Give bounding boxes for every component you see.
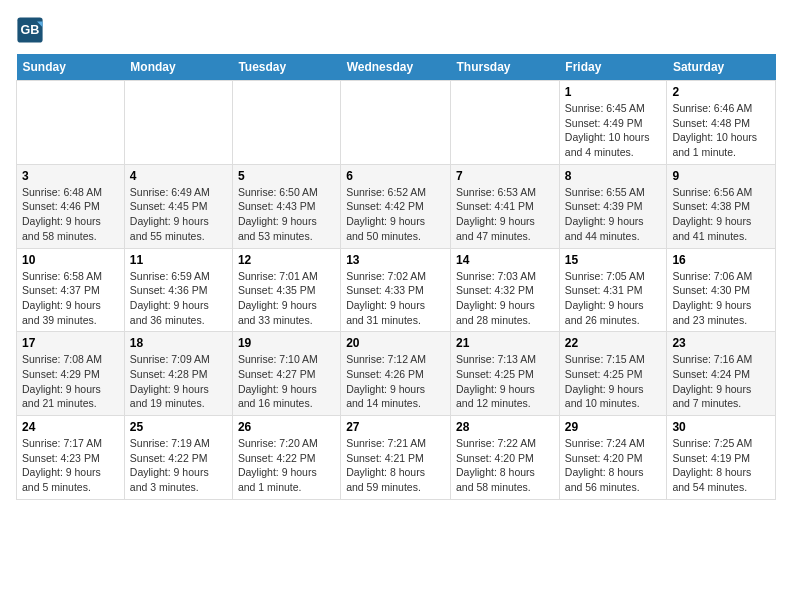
- day-info: Sunrise: 7:22 AM Sunset: 4:20 PM Dayligh…: [456, 436, 554, 495]
- calendar-cell: [17, 81, 125, 165]
- col-header-thursday: Thursday: [451, 54, 560, 81]
- day-number: 21: [456, 336, 554, 350]
- day-number: 6: [346, 169, 445, 183]
- day-number: 28: [456, 420, 554, 434]
- day-info: Sunrise: 7:15 AM Sunset: 4:25 PM Dayligh…: [565, 352, 662, 411]
- day-number: 22: [565, 336, 662, 350]
- day-info: Sunrise: 6:59 AM Sunset: 4:36 PM Dayligh…: [130, 269, 227, 328]
- calendar-cell: 18Sunrise: 7:09 AM Sunset: 4:28 PM Dayli…: [124, 332, 232, 416]
- calendar-cell: 23Sunrise: 7:16 AM Sunset: 4:24 PM Dayli…: [667, 332, 776, 416]
- calendar-cell: 11Sunrise: 6:59 AM Sunset: 4:36 PM Dayli…: [124, 248, 232, 332]
- calendar-cell: 5Sunrise: 6:50 AM Sunset: 4:43 PM Daylig…: [232, 164, 340, 248]
- day-number: 14: [456, 253, 554, 267]
- day-number: 20: [346, 336, 445, 350]
- col-header-sunday: Sunday: [17, 54, 125, 81]
- day-number: 12: [238, 253, 335, 267]
- logo-icon: GB: [16, 16, 44, 44]
- day-number: 30: [672, 420, 770, 434]
- day-info: Sunrise: 7:19 AM Sunset: 4:22 PM Dayligh…: [130, 436, 227, 495]
- day-info: Sunrise: 7:24 AM Sunset: 4:20 PM Dayligh…: [565, 436, 662, 495]
- calendar-cell: 1Sunrise: 6:45 AM Sunset: 4:49 PM Daylig…: [559, 81, 667, 165]
- day-number: 15: [565, 253, 662, 267]
- calendar-cell: 20Sunrise: 7:12 AM Sunset: 4:26 PM Dayli…: [341, 332, 451, 416]
- calendar-cell: 6Sunrise: 6:52 AM Sunset: 4:42 PM Daylig…: [341, 164, 451, 248]
- page-header: GB: [16, 16, 776, 44]
- day-number: 27: [346, 420, 445, 434]
- day-info: Sunrise: 7:12 AM Sunset: 4:26 PM Dayligh…: [346, 352, 445, 411]
- day-info: Sunrise: 7:06 AM Sunset: 4:30 PM Dayligh…: [672, 269, 770, 328]
- calendar-cell: 29Sunrise: 7:24 AM Sunset: 4:20 PM Dayli…: [559, 416, 667, 500]
- calendar-cell: 8Sunrise: 6:55 AM Sunset: 4:39 PM Daylig…: [559, 164, 667, 248]
- calendar-cell: 12Sunrise: 7:01 AM Sunset: 4:35 PM Dayli…: [232, 248, 340, 332]
- logo: GB: [16, 16, 48, 44]
- day-number: 23: [672, 336, 770, 350]
- calendar-cell: 21Sunrise: 7:13 AM Sunset: 4:25 PM Dayli…: [451, 332, 560, 416]
- col-header-tuesday: Tuesday: [232, 54, 340, 81]
- day-number: 4: [130, 169, 227, 183]
- day-info: Sunrise: 7:13 AM Sunset: 4:25 PM Dayligh…: [456, 352, 554, 411]
- day-info: Sunrise: 7:01 AM Sunset: 4:35 PM Dayligh…: [238, 269, 335, 328]
- day-info: Sunrise: 6:45 AM Sunset: 4:49 PM Dayligh…: [565, 101, 662, 160]
- day-info: Sunrise: 7:09 AM Sunset: 4:28 PM Dayligh…: [130, 352, 227, 411]
- day-number: 16: [672, 253, 770, 267]
- day-info: Sunrise: 7:10 AM Sunset: 4:27 PM Dayligh…: [238, 352, 335, 411]
- calendar-cell: 13Sunrise: 7:02 AM Sunset: 4:33 PM Dayli…: [341, 248, 451, 332]
- day-number: 7: [456, 169, 554, 183]
- calendar-cell: 27Sunrise: 7:21 AM Sunset: 4:21 PM Dayli…: [341, 416, 451, 500]
- day-number: 9: [672, 169, 770, 183]
- calendar-cell: 2Sunrise: 6:46 AM Sunset: 4:48 PM Daylig…: [667, 81, 776, 165]
- calendar-cell: [124, 81, 232, 165]
- calendar-cell: 15Sunrise: 7:05 AM Sunset: 4:31 PM Dayli…: [559, 248, 667, 332]
- day-info: Sunrise: 6:55 AM Sunset: 4:39 PM Dayligh…: [565, 185, 662, 244]
- calendar-cell: [232, 81, 340, 165]
- day-info: Sunrise: 6:52 AM Sunset: 4:42 PM Dayligh…: [346, 185, 445, 244]
- day-number: 24: [22, 420, 119, 434]
- day-number: 25: [130, 420, 227, 434]
- day-number: 18: [130, 336, 227, 350]
- calendar-week-5: 24Sunrise: 7:17 AM Sunset: 4:23 PM Dayli…: [17, 416, 776, 500]
- calendar-cell: 3Sunrise: 6:48 AM Sunset: 4:46 PM Daylig…: [17, 164, 125, 248]
- col-header-saturday: Saturday: [667, 54, 776, 81]
- day-info: Sunrise: 7:02 AM Sunset: 4:33 PM Dayligh…: [346, 269, 445, 328]
- day-info: Sunrise: 6:49 AM Sunset: 4:45 PM Dayligh…: [130, 185, 227, 244]
- day-info: Sunrise: 7:25 AM Sunset: 4:19 PM Dayligh…: [672, 436, 770, 495]
- day-info: Sunrise: 6:58 AM Sunset: 4:37 PM Dayligh…: [22, 269, 119, 328]
- calendar-week-2: 3Sunrise: 6:48 AM Sunset: 4:46 PM Daylig…: [17, 164, 776, 248]
- calendar-cell: 9Sunrise: 6:56 AM Sunset: 4:38 PM Daylig…: [667, 164, 776, 248]
- calendar-week-4: 17Sunrise: 7:08 AM Sunset: 4:29 PM Dayli…: [17, 332, 776, 416]
- day-number: 1: [565, 85, 662, 99]
- calendar-cell: 17Sunrise: 7:08 AM Sunset: 4:29 PM Dayli…: [17, 332, 125, 416]
- calendar-cell: 26Sunrise: 7:20 AM Sunset: 4:22 PM Dayli…: [232, 416, 340, 500]
- day-info: Sunrise: 7:03 AM Sunset: 4:32 PM Dayligh…: [456, 269, 554, 328]
- calendar-cell: 14Sunrise: 7:03 AM Sunset: 4:32 PM Dayli…: [451, 248, 560, 332]
- day-info: Sunrise: 7:08 AM Sunset: 4:29 PM Dayligh…: [22, 352, 119, 411]
- day-info: Sunrise: 7:05 AM Sunset: 4:31 PM Dayligh…: [565, 269, 662, 328]
- calendar-cell: 7Sunrise: 6:53 AM Sunset: 4:41 PM Daylig…: [451, 164, 560, 248]
- calendar-body: 1Sunrise: 6:45 AM Sunset: 4:49 PM Daylig…: [17, 81, 776, 500]
- calendar-header-row: SundayMondayTuesdayWednesdayThursdayFrid…: [17, 54, 776, 81]
- calendar-cell: 25Sunrise: 7:19 AM Sunset: 4:22 PM Dayli…: [124, 416, 232, 500]
- day-info: Sunrise: 6:48 AM Sunset: 4:46 PM Dayligh…: [22, 185, 119, 244]
- calendar-cell: 19Sunrise: 7:10 AM Sunset: 4:27 PM Dayli…: [232, 332, 340, 416]
- day-number: 19: [238, 336, 335, 350]
- day-number: 5: [238, 169, 335, 183]
- calendar-week-3: 10Sunrise: 6:58 AM Sunset: 4:37 PM Dayli…: [17, 248, 776, 332]
- calendar-cell: 28Sunrise: 7:22 AM Sunset: 4:20 PM Dayli…: [451, 416, 560, 500]
- day-number: 17: [22, 336, 119, 350]
- calendar-cell: 22Sunrise: 7:15 AM Sunset: 4:25 PM Dayli…: [559, 332, 667, 416]
- col-header-monday: Monday: [124, 54, 232, 81]
- day-info: Sunrise: 6:50 AM Sunset: 4:43 PM Dayligh…: [238, 185, 335, 244]
- calendar-cell: 10Sunrise: 6:58 AM Sunset: 4:37 PM Dayli…: [17, 248, 125, 332]
- day-info: Sunrise: 7:21 AM Sunset: 4:21 PM Dayligh…: [346, 436, 445, 495]
- day-number: 3: [22, 169, 119, 183]
- calendar-cell: 30Sunrise: 7:25 AM Sunset: 4:19 PM Dayli…: [667, 416, 776, 500]
- day-number: 8: [565, 169, 662, 183]
- calendar-cell: 24Sunrise: 7:17 AM Sunset: 4:23 PM Dayli…: [17, 416, 125, 500]
- day-info: Sunrise: 6:53 AM Sunset: 4:41 PM Dayligh…: [456, 185, 554, 244]
- day-info: Sunrise: 6:46 AM Sunset: 4:48 PM Dayligh…: [672, 101, 770, 160]
- day-number: 29: [565, 420, 662, 434]
- day-number: 11: [130, 253, 227, 267]
- col-header-wednesday: Wednesday: [341, 54, 451, 81]
- calendar-cell: [451, 81, 560, 165]
- col-header-friday: Friday: [559, 54, 667, 81]
